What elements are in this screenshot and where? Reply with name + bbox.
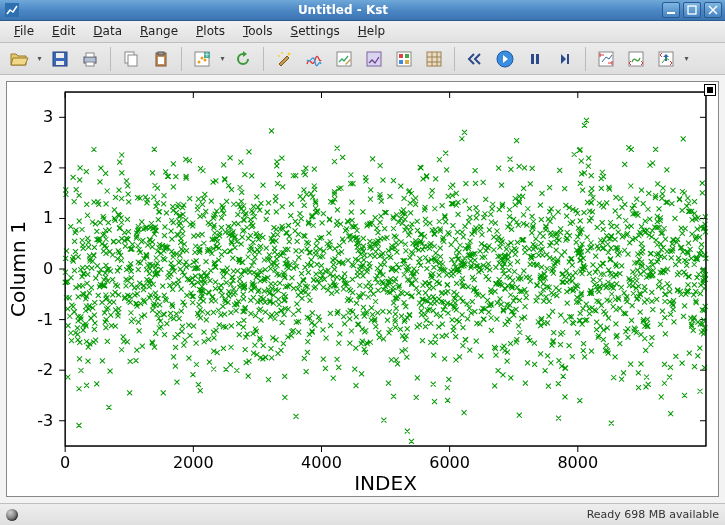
svg-text:0: 0 <box>60 453 70 472</box>
close-button[interactable] <box>704 2 722 18</box>
statusbar: Ready 698 MB available <box>0 504 725 525</box>
svg-rect-39 <box>536 54 539 64</box>
reload-button[interactable] <box>230 46 256 72</box>
back-button[interactable] <box>462 46 488 72</box>
svg-rect-32 <box>427 52 441 66</box>
menu-tools[interactable]: Tools <box>235 21 281 41</box>
menu-data[interactable]: Data <box>85 21 130 41</box>
menu-range[interactable]: Range <box>132 21 186 41</box>
svg-rect-40 <box>567 54 569 64</box>
svg-text:+: + <box>204 51 210 59</box>
menu-settings[interactable]: Settings <box>283 21 348 41</box>
svg-rect-28 <box>399 54 403 58</box>
change-file-button[interactable] <box>361 46 387 72</box>
paste-button[interactable] <box>148 46 174 72</box>
zoom-dropdown[interactable]: ▾ <box>683 54 690 63</box>
svg-rect-12 <box>128 55 137 66</box>
svg-rect-14 <box>158 52 164 55</box>
edit-plot-button[interactable] <box>331 46 357 72</box>
forward-button[interactable] <box>552 46 578 72</box>
svg-text:8000: 8000 <box>557 453 598 472</box>
menu-edit[interactable]: Edit <box>44 21 83 41</box>
play-button[interactable] <box>492 46 518 72</box>
plot-container: 02000400060008000-3-2-10123INDEXColumn 1 <box>0 75 725 504</box>
toolbar: ▾ + ▾ ▾ <box>0 43 725 75</box>
svg-point-17 <box>198 60 201 63</box>
svg-text:-2: -2 <box>37 360 53 379</box>
svg-rect-31 <box>405 60 409 64</box>
svg-point-23 <box>278 55 280 57</box>
open-button[interactable] <box>6 46 32 72</box>
svg-rect-2 <box>688 6 696 14</box>
svg-rect-42 <box>629 52 643 66</box>
svg-rect-0 <box>5 3 19 17</box>
svg-text:2000: 2000 <box>173 453 214 472</box>
zoom-x-button[interactable] <box>623 46 649 72</box>
insert-plot-dropdown[interactable]: ▾ <box>219 54 226 63</box>
copy-button[interactable] <box>118 46 144 72</box>
svg-text:2: 2 <box>43 158 53 177</box>
svg-rect-41 <box>599 52 613 66</box>
status-led-icon <box>6 509 18 521</box>
window-title: Untitled - Kst <box>24 3 662 17</box>
svg-text:INDEX: INDEX <box>354 471 417 495</box>
svg-text:1: 1 <box>43 209 53 228</box>
svg-text:Column 1: Column 1 <box>7 221 30 317</box>
curve-button[interactable] <box>301 46 327 72</box>
menubar: File Edit Data Range Plots Tools Setting… <box>0 21 725 44</box>
svg-text:-3: -3 <box>37 411 53 430</box>
scatter-plot[interactable]: 02000400060008000-3-2-10123INDEXColumn 1 <box>7 82 718 496</box>
zoom-reset-button[interactable] <box>653 46 679 72</box>
svg-rect-9 <box>86 53 94 57</box>
maximize-button[interactable] <box>683 2 701 18</box>
svg-rect-7 <box>56 61 64 65</box>
svg-point-22 <box>288 52 291 55</box>
svg-rect-30 <box>399 60 403 64</box>
zoom-xy-button[interactable] <box>593 46 619 72</box>
svg-point-24 <box>281 52 283 54</box>
svg-text:0: 0 <box>43 259 53 278</box>
svg-text:-1: -1 <box>37 310 53 329</box>
print-button[interactable] <box>77 46 103 72</box>
app-icon <box>4 2 20 18</box>
svg-rect-38 <box>531 54 534 64</box>
image-button[interactable] <box>391 46 417 72</box>
matrix-button[interactable] <box>421 46 447 72</box>
svg-rect-6 <box>56 53 64 58</box>
svg-rect-26 <box>367 52 381 66</box>
svg-rect-10 <box>86 62 94 66</box>
svg-point-18 <box>201 56 204 59</box>
menu-file[interactable]: File <box>6 21 42 41</box>
svg-text:4000: 4000 <box>301 453 342 472</box>
data-wizard-button[interactable] <box>271 46 297 72</box>
svg-rect-15 <box>158 57 164 64</box>
insert-plot-button[interactable]: + <box>189 46 215 72</box>
svg-text:6000: 6000 <box>429 453 470 472</box>
status-text: Ready 698 MB available <box>587 508 719 521</box>
save-button[interactable] <box>47 46 73 72</box>
plot-maximize-icon[interactable] <box>704 84 716 96</box>
pause-button[interactable] <box>522 46 548 72</box>
plot-frame[interactable]: 02000400060008000-3-2-10123INDEXColumn 1 <box>6 81 719 497</box>
open-dropdown[interactable]: ▾ <box>36 54 43 63</box>
svg-rect-25 <box>337 52 351 66</box>
window-controls <box>662 2 722 18</box>
menu-plots[interactable]: Plots <box>188 21 233 41</box>
svg-rect-29 <box>405 54 409 58</box>
minimize-button[interactable] <box>662 2 680 18</box>
menu-help[interactable]: Help <box>350 21 393 41</box>
titlebar: Untitled - Kst <box>0 0 725 21</box>
svg-text:3: 3 <box>43 108 53 127</box>
